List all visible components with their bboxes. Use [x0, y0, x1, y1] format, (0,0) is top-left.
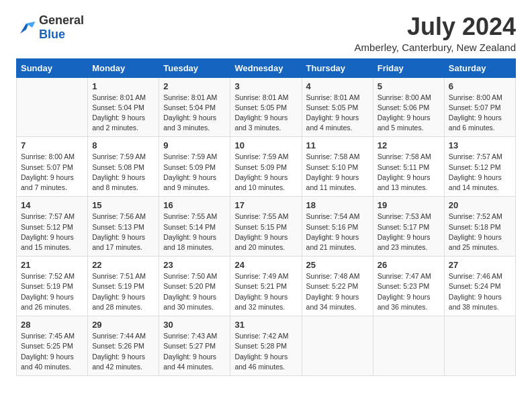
header-cell-sunday: Sunday [17, 58, 88, 77]
cell-detail: Sunrise: 7:55 AMSunset: 5:15 PMDaylight:… [234, 212, 297, 253]
calendar-cell [17, 77, 88, 137]
cell-detail: Sunrise: 8:00 AMSunset: 5:07 PMDaylight:… [449, 93, 511, 134]
cell-detail: Sunrise: 7:59 AMSunset: 5:09 PMDaylight:… [163, 152, 226, 193]
calendar-cell: 30Sunrise: 7:43 AMSunset: 5:27 PMDayligh… [159, 316, 230, 376]
cell-detail: Sunrise: 8:01 AMSunset: 5:04 PMDaylight:… [163, 93, 226, 134]
day-number: 18 [306, 200, 369, 210]
calendar-cell: 2Sunrise: 8:01 AMSunset: 5:04 PMDaylight… [159, 77, 230, 137]
calendar-cell: 4Sunrise: 8:01 AMSunset: 5:05 PMDaylight… [302, 77, 373, 137]
day-number: 8 [92, 140, 154, 150]
cell-detail: Sunrise: 8:01 AMSunset: 5:05 PMDaylight:… [306, 93, 369, 134]
cell-detail: Sunrise: 8:01 AMSunset: 5:04 PMDaylight:… [92, 93, 154, 134]
calendar-cell: 5Sunrise: 8:00 AMSunset: 5:06 PMDaylight… [373, 77, 444, 137]
day-number: 25 [306, 260, 369, 270]
day-number: 26 [378, 260, 440, 270]
cell-detail: Sunrise: 7:58 AMSunset: 5:11 PMDaylight:… [378, 152, 440, 193]
cell-detail: Sunrise: 7:46 AMSunset: 5:24 PMDaylight:… [449, 271, 511, 312]
calendar-cell: 23Sunrise: 7:50 AMSunset: 5:20 PMDayligh… [159, 257, 230, 316]
header-cell-tuesday: Tuesday [159, 58, 230, 77]
cell-detail: Sunrise: 7:57 AMSunset: 5:12 PMDaylight:… [449, 152, 511, 193]
calendar-cell: 18Sunrise: 7:54 AMSunset: 5:16 PMDayligh… [302, 197, 373, 257]
day-number: 12 [378, 140, 440, 150]
calendar-cell: 28Sunrise: 7:45 AMSunset: 5:25 PMDayligh… [17, 316, 88, 376]
day-number: 9 [163, 140, 226, 150]
calendar-cell: 26Sunrise: 7:47 AMSunset: 5:23 PMDayligh… [373, 257, 444, 316]
day-number: 2 [163, 81, 226, 91]
calendar-cell: 10Sunrise: 7:59 AMSunset: 5:09 PMDayligh… [230, 137, 302, 197]
day-number: 13 [449, 140, 511, 150]
day-number: 27 [449, 260, 511, 270]
day-number: 10 [234, 140, 297, 150]
header-cell-friday: Friday [373, 58, 444, 77]
cell-detail: Sunrise: 7:55 AMSunset: 5:14 PMDaylight:… [163, 212, 226, 253]
day-number: 24 [234, 260, 297, 270]
logo-general: General [39, 13, 84, 27]
logo-icon [16, 19, 36, 36]
calendar-cell: 24Sunrise: 7:49 AMSunset: 5:21 PMDayligh… [230, 257, 302, 316]
cell-detail: Sunrise: 7:52 AMSunset: 5:19 PMDaylight:… [21, 271, 83, 312]
calendar-cell: 16Sunrise: 7:55 AMSunset: 5:14 PMDayligh… [159, 197, 230, 257]
calendar-cell [444, 316, 515, 376]
calendar-cell: 15Sunrise: 7:56 AMSunset: 5:13 PMDayligh… [88, 197, 159, 257]
calendar-cell: 22Sunrise: 7:51 AMSunset: 5:19 PMDayligh… [88, 257, 159, 316]
calendar-row: 14Sunrise: 7:57 AMSunset: 5:12 PMDayligh… [17, 197, 516, 257]
cell-detail: Sunrise: 7:42 AMSunset: 5:28 PMDaylight:… [234, 331, 297, 372]
header-cell-monday: Monday [88, 58, 159, 77]
calendar-cell [373, 316, 444, 376]
cell-detail: Sunrise: 8:00 AMSunset: 5:07 PMDaylight:… [21, 152, 83, 193]
day-number: 17 [234, 200, 297, 210]
logo: General Blue [16, 13, 84, 42]
calendar-cell: 31Sunrise: 7:42 AMSunset: 5:28 PMDayligh… [230, 316, 302, 376]
cell-detail: Sunrise: 7:56 AMSunset: 5:13 PMDaylight:… [92, 212, 154, 253]
header-cell-wednesday: Wednesday [230, 58, 302, 77]
calendar-cell: 13Sunrise: 7:57 AMSunset: 5:12 PMDayligh… [444, 137, 515, 197]
cell-detail: Sunrise: 7:44 AMSunset: 5:26 PMDaylight:… [92, 331, 154, 372]
cell-detail: Sunrise: 7:52 AMSunset: 5:18 PMDaylight:… [449, 212, 511, 253]
calendar-cell: 20Sunrise: 7:52 AMSunset: 5:18 PMDayligh… [444, 197, 515, 257]
day-number: 20 [449, 200, 511, 210]
cell-detail: Sunrise: 8:00 AMSunset: 5:06 PMDaylight:… [378, 93, 440, 134]
cell-detail: Sunrise: 7:53 AMSunset: 5:17 PMDaylight:… [378, 212, 440, 253]
calendar-cell: 6Sunrise: 8:00 AMSunset: 5:07 PMDaylight… [444, 77, 515, 137]
cell-detail: Sunrise: 8:01 AMSunset: 5:05 PMDaylight:… [234, 93, 297, 134]
day-number: 3 [234, 81, 297, 91]
calendar-row: 21Sunrise: 7:52 AMSunset: 5:19 PMDayligh… [17, 257, 516, 316]
cell-detail: Sunrise: 7:54 AMSunset: 5:16 PMDaylight:… [306, 212, 369, 253]
day-number: 19 [378, 200, 440, 210]
cell-detail: Sunrise: 7:49 AMSunset: 5:21 PMDaylight:… [234, 271, 297, 312]
day-number: 5 [378, 81, 440, 91]
calendar-row: 7Sunrise: 8:00 AMSunset: 5:07 PMDaylight… [17, 137, 516, 197]
calendar-cell: 21Sunrise: 7:52 AMSunset: 5:19 PMDayligh… [17, 257, 88, 316]
calendar-cell: 29Sunrise: 7:44 AMSunset: 5:26 PMDayligh… [88, 316, 159, 376]
day-number: 14 [21, 200, 83, 210]
calendar-row: 28Sunrise: 7:45 AMSunset: 5:25 PMDayligh… [17, 316, 516, 376]
title-area: July 2024 Amberley, Canterbury, New Zeal… [355, 13, 516, 53]
logo-text: General Blue [39, 13, 84, 42]
day-number: 11 [306, 140, 369, 150]
day-number: 31 [234, 320, 297, 330]
calendar-cell: 25Sunrise: 7:48 AMSunset: 5:22 PMDayligh… [302, 257, 373, 316]
cell-detail: Sunrise: 7:50 AMSunset: 5:20 PMDaylight:… [163, 271, 226, 312]
calendar-cell: 1Sunrise: 8:01 AMSunset: 5:04 PMDaylight… [88, 77, 159, 137]
day-number: 29 [92, 320, 154, 330]
calendar-row: 1Sunrise: 8:01 AMSunset: 5:04 PMDaylight… [17, 77, 516, 137]
cell-detail: Sunrise: 7:57 AMSunset: 5:12 PMDaylight:… [21, 212, 83, 253]
day-number: 21 [21, 260, 83, 270]
calendar-table: SundayMondayTuesdayWednesdayThursdayFrid… [16, 58, 516, 376]
header-cell-thursday: Thursday [302, 58, 373, 77]
day-number: 22 [92, 260, 154, 270]
calendar-cell: 8Sunrise: 7:59 AMSunset: 5:08 PMDaylight… [88, 137, 159, 197]
day-number: 16 [163, 200, 226, 210]
month-year-title: July 2024 [355, 13, 516, 40]
calendar-cell: 14Sunrise: 7:57 AMSunset: 5:12 PMDayligh… [17, 197, 88, 257]
calendar-cell: 9Sunrise: 7:59 AMSunset: 5:09 PMDaylight… [159, 137, 230, 197]
day-number: 23 [163, 260, 226, 270]
calendar-header-row: SundayMondayTuesdayWednesdayThursdayFrid… [17, 58, 516, 77]
header-cell-saturday: Saturday [444, 58, 515, 77]
calendar-cell: 3Sunrise: 8:01 AMSunset: 5:05 PMDaylight… [230, 77, 302, 137]
cell-detail: Sunrise: 7:43 AMSunset: 5:27 PMDaylight:… [163, 331, 226, 372]
calendar-cell: 27Sunrise: 7:46 AMSunset: 5:24 PMDayligh… [444, 257, 515, 316]
day-number: 15 [92, 200, 154, 210]
cell-detail: Sunrise: 7:58 AMSunset: 5:10 PMDaylight:… [306, 152, 369, 193]
cell-detail: Sunrise: 7:48 AMSunset: 5:22 PMDaylight:… [306, 271, 369, 312]
